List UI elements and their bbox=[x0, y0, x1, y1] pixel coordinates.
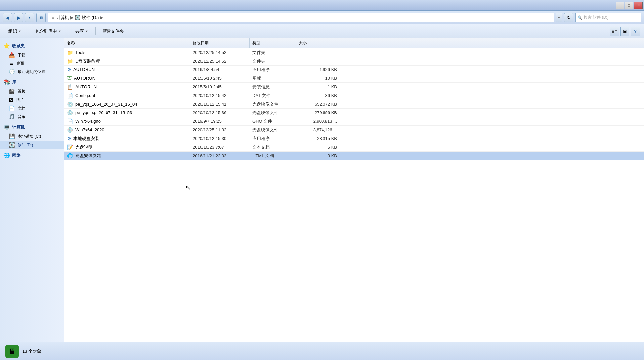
video-icon: 🎬 bbox=[9, 88, 15, 94]
file-name: 硬盘安装教程 bbox=[75, 153, 101, 159]
file-type: 图标 bbox=[250, 75, 296, 81]
sidebar-computer-header[interactable]: 💻 计算机 bbox=[0, 122, 64, 132]
new-folder-label: 新建文件夹 bbox=[103, 28, 124, 34]
col-header-date[interactable]: 修改日期 bbox=[190, 38, 250, 48]
view-options-button[interactable]: ⊞ ▼ bbox=[610, 27, 619, 36]
help-button[interactable]: ? bbox=[631, 27, 640, 36]
forward-button[interactable]: ▶ bbox=[14, 13, 23, 22]
sidebar-section-computer: 💻 计算机 💾 本地磁盘 (C:) 💽 软件 (D:) bbox=[0, 122, 64, 149]
sidebar-item-document[interactable]: 📄 文档 bbox=[0, 104, 64, 112]
main-layout: ⭐ 收藏夹 📥 下载 🖥 桌面 🕐 最近访问的位置 📚 库 � bbox=[0, 38, 644, 342]
recent-locations-button[interactable]: ▼ bbox=[25, 13, 34, 22]
sidebar-item-music[interactable]: 🎵 音乐 bbox=[0, 112, 64, 121]
file-size: 1,926 KB bbox=[296, 67, 342, 72]
sidebar-item-desktop[interactable]: 🖥 桌面 bbox=[0, 59, 64, 68]
col-header-name[interactable]: 名称 bbox=[64, 38, 190, 48]
image-label: 图片 bbox=[16, 97, 24, 103]
new-folder-button[interactable]: 新建文件夹 bbox=[98, 26, 128, 36]
table-row[interactable]: ⚙ AUTORUN 2016/1/8 4:54 应用程序 1,926 KB bbox=[64, 66, 644, 74]
music-label: 音乐 bbox=[18, 114, 25, 120]
share-dropdown-icon: ▼ bbox=[85, 30, 88, 33]
file-name: 光盘说明 bbox=[75, 144, 93, 150]
share-button[interactable]: 共享 ▼ bbox=[71, 26, 93, 36]
file-list-header: 名称 修改日期 类型 大小 bbox=[64, 38, 644, 48]
file-type: 文件夹 bbox=[250, 58, 296, 64]
table-row[interactable]: 🌐 硬盘安装教程 2016/11/21 22:03 HTML 文档 3 KB bbox=[64, 152, 644, 160]
table-row[interactable]: ⚙ 本地硬盘安装 2020/10/12 15:30 应用程序 28,315 KB bbox=[64, 134, 644, 143]
organize-button[interactable]: 组织 ▼ bbox=[4, 26, 25, 36]
sidebar-network-header[interactable]: 🌐 网络 bbox=[0, 151, 64, 160]
file-type: 文本文档 bbox=[250, 144, 296, 150]
sidebar-library-header[interactable]: 📚 库 bbox=[0, 77, 64, 87]
favorites-label: 收藏夹 bbox=[12, 43, 25, 49]
sidebar-favorites-header[interactable]: ⭐ 收藏夹 bbox=[0, 41, 64, 51]
col-header-size[interactable]: 大小 bbox=[296, 38, 342, 48]
sidebar-section-library: 📚 库 🎬 视频 🖼 图片 📄 文档 🎵 音乐 bbox=[0, 77, 64, 121]
up-button[interactable]: 🖥 bbox=[36, 13, 46, 22]
sidebar-item-drive-c[interactable]: 💾 本地磁盘 (C:) bbox=[0, 132, 64, 141]
file-type: DAT 文件 bbox=[250, 93, 296, 99]
empty-area[interactable] bbox=[64, 160, 644, 292]
file-name: AUTORUN bbox=[73, 67, 95, 72]
col-header-type[interactable]: 类型 bbox=[250, 38, 296, 48]
table-row[interactable]: 💿 pe_yqs_1064_20_07_31_16_04 2020/10/12 … bbox=[64, 100, 644, 109]
download-icon: 📥 bbox=[9, 52, 15, 58]
sidebar-item-image[interactable]: 🖼 图片 bbox=[0, 96, 64, 104]
file-date: 2020/12/25 11:32 bbox=[190, 127, 250, 132]
minimize-button[interactable]: — bbox=[616, 2, 624, 9]
file-icon: 💿 bbox=[67, 101, 73, 107]
file-type: GHO 文件 bbox=[250, 118, 296, 124]
drive-c-icon: 💾 bbox=[9, 133, 15, 139]
file-date: 2015/5/10 2:45 bbox=[190, 84, 250, 89]
breadcrumb-drive[interactable]: 软件 (D:) bbox=[82, 15, 99, 21]
file-rows: 📁 Tools 2020/12/25 14:52 文件夹 📁 U盘安装教程 20… bbox=[64, 48, 644, 160]
back-button[interactable]: ◀ bbox=[3, 13, 12, 22]
desktop-label: 桌面 bbox=[16, 61, 24, 66]
file-icon: 📝 bbox=[67, 144, 73, 150]
file-type: 光盘映像文件 bbox=[250, 127, 296, 133]
file-name: AUTORUN bbox=[74, 76, 95, 81]
table-row[interactable]: 📄 Config.dat 2020/10/12 15:42 DAT 文件 36 … bbox=[64, 91, 644, 100]
toolbar-right: ⊞ ▼ ▣ ? bbox=[610, 27, 640, 36]
file-icon: 💿 bbox=[67, 127, 73, 133]
table-row[interactable]: 📁 U盘安装教程 2020/12/25 14:52 文件夹 bbox=[64, 57, 644, 66]
library-label: 包含到库中 bbox=[35, 28, 57, 34]
breadcrumb-computer[interactable]: 计算机 bbox=[56, 15, 69, 21]
maximize-button[interactable]: □ bbox=[625, 2, 633, 9]
file-icon: 📄 bbox=[67, 93, 73, 99]
sidebar-section-network: 🌐 网络 bbox=[0, 151, 64, 160]
file-icon: 💿 bbox=[67, 110, 73, 116]
table-row[interactable]: 📄 Win7x64.gho 2019/9/7 19:25 GHO 文件 2,90… bbox=[64, 117, 644, 126]
refresh-button[interactable]: ↻ bbox=[564, 13, 573, 22]
breadcrumb[interactable]: 🖥 计算机 ▶ 💽 软件 (D:) ▶ bbox=[48, 13, 554, 22]
table-row[interactable]: 💿 Win7x64_2020 2020/12/25 11:32 光盘映像文件 3… bbox=[64, 126, 644, 134]
file-type: 光盘映像文件 bbox=[250, 101, 296, 107]
close-button[interactable]: ✕ bbox=[634, 2, 643, 9]
file-icon: 📄 bbox=[67, 118, 73, 124]
file-date: 2016/1/8 4:54 bbox=[190, 67, 250, 72]
library-button[interactable]: 包含到库中 ▼ bbox=[31, 26, 65, 36]
sidebar-item-video[interactable]: 🎬 视频 bbox=[0, 87, 64, 96]
breadcrumb-separator2: ▶ bbox=[100, 15, 103, 20]
drive-c-label: 本地磁盘 (C:) bbox=[18, 134, 41, 139]
file-date: 2020/10/12 15:42 bbox=[190, 93, 250, 98]
sidebar-item-recent[interactable]: 🕐 最近访问的位置 bbox=[0, 68, 64, 76]
file-type: 光盘映像文件 bbox=[250, 110, 296, 116]
search-box[interactable]: 🔍 搜索 软件 (D:) bbox=[575, 13, 641, 22]
file-type: 文件夹 bbox=[250, 50, 296, 56]
table-row[interactable]: 💿 pe_yqs_xp_20_07_31_15_53 2020/10/12 15… bbox=[64, 109, 644, 117]
table-row[interactable]: 📋 AUTORUN 2015/5/10 2:45 安装信息 1 KB bbox=[64, 83, 644, 91]
table-row[interactable]: 🖼 AUTORUN 2015/5/10 2:45 图标 10 KB bbox=[64, 74, 644, 83]
file-date: 2020/12/25 14:52 bbox=[190, 59, 250, 64]
address-dropdown[interactable]: ▼ bbox=[556, 13, 562, 22]
file-name: pe_yqs_1064_20_07_31_16_04 bbox=[75, 102, 137, 107]
file-size: 10 KB bbox=[296, 76, 342, 81]
sidebar-item-download[interactable]: 📥 下载 bbox=[0, 51, 64, 59]
network-section-icon: 🌐 bbox=[3, 152, 10, 158]
preview-pane-button[interactable]: ▣ bbox=[620, 27, 629, 36]
file-icon: 🌐 bbox=[67, 153, 73, 159]
table-row[interactable]: 📁 Tools 2020/12/25 14:52 文件夹 bbox=[64, 48, 644, 57]
document-icon: 📄 bbox=[9, 105, 15, 111]
sidebar-item-drive-d[interactable]: 💽 软件 (D:) bbox=[0, 141, 64, 149]
table-row[interactable]: 📝 光盘说明 2016/10/23 7:07 文本文档 5 KB bbox=[64, 143, 644, 152]
